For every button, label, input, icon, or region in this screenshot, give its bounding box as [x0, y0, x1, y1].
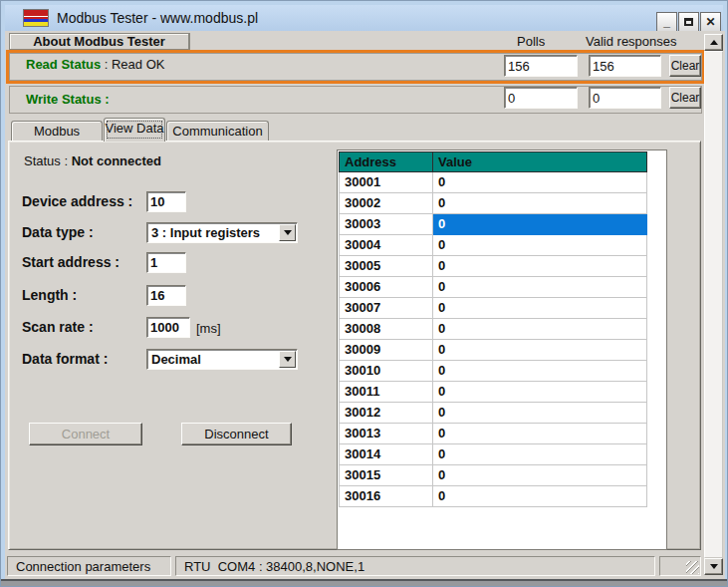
- address-cell[interactable]: 30009: [339, 340, 433, 361]
- value-cell[interactable]: 0: [433, 340, 647, 361]
- table-row[interactable]: 300090: [339, 340, 647, 361]
- minimize-button[interactable]: _: [656, 12, 677, 32]
- value-cell[interactable]: 0: [433, 256, 647, 277]
- window-title: Modbus Tester - www.modbus.pl: [57, 10, 258, 26]
- table-row[interactable]: 300110: [339, 382, 647, 403]
- value-cell[interactable]: 0: [433, 424, 647, 444]
- device-address-input[interactable]: [146, 191, 186, 212]
- table-row[interactable]: 300020: [339, 193, 647, 214]
- address-cell[interactable]: 30011: [339, 382, 433, 403]
- address-cell[interactable]: 30005: [339, 256, 433, 277]
- address-cell[interactable]: 30001: [339, 172, 433, 193]
- scrollbar-thumb[interactable]: [704, 51, 723, 558]
- chevron-down-icon: [284, 357, 292, 362]
- read-valid-responses-field[interactable]: [589, 55, 661, 77]
- address-cell[interactable]: 30016: [339, 486, 433, 507]
- tab-strip: Modbus Settings View Data Communication …: [5, 118, 725, 141]
- value-cell[interactable]: 0: [433, 193, 647, 214]
- table-row[interactable]: 300010: [339, 172, 647, 193]
- address-cell[interactable]: 30008: [339, 319, 433, 340]
- value-cell[interactable]: 0: [433, 403, 647, 424]
- disconnect-button[interactable]: Disconnect: [181, 423, 292, 445]
- connection-status-label: Status :: [24, 153, 72, 168]
- resize-grip[interactable]: [686, 561, 699, 574]
- status-bar: Connection parameters RTU COM4 : 38400,8…: [5, 556, 703, 577]
- value-cell[interactable]: 0: [433, 465, 647, 486]
- data-format-dropdown-button[interactable]: [279, 351, 296, 368]
- tab-modbus-settings[interactable]: Modbus Settings: [11, 121, 103, 141]
- address-cell[interactable]: 30014: [339, 444, 433, 465]
- table-row[interactable]: 300130: [339, 424, 647, 444]
- value-cell[interactable]: 0: [433, 486, 647, 507]
- table-row[interactable]: 300150: [339, 465, 647, 486]
- value-cell[interactable]: 0: [433, 382, 647, 403]
- data-type-combobox[interactable]: 3 : Input registers: [146, 222, 298, 243]
- value-cell[interactable]: 0: [433, 298, 647, 319]
- data-format-value: Decimal: [151, 352, 201, 367]
- about-menu-button[interactable]: About Modbus Tester: [9, 33, 190, 50]
- app-icon: [23, 9, 49, 27]
- value-cell[interactable]: 0: [433, 235, 647, 256]
- table-row[interactable]: 300160: [339, 486, 647, 507]
- tab-communication-spy[interactable]: Communication Spy: [166, 121, 269, 141]
- table-header-row: Address Value: [339, 151, 647, 172]
- address-cell[interactable]: 30007: [339, 298, 433, 319]
- address-cell[interactable]: 30004: [339, 235, 433, 256]
- write-valid-responses-field[interactable]: [589, 87, 661, 109]
- value-cell[interactable]: 0: [433, 361, 647, 382]
- address-cell[interactable]: 30006: [339, 277, 433, 298]
- window-bottom-edge: [1, 579, 727, 586]
- valid-responses-column-label: Valid responses: [586, 34, 677, 49]
- statusbar-grip-panel: [659, 556, 701, 576]
- table-body: 3000103000203000303000403000503000603000…: [339, 172, 647, 507]
- maximize-button[interactable]: [678, 12, 699, 32]
- value-cell[interactable]: 0: [433, 277, 647, 298]
- address-cell[interactable]: 30012: [339, 403, 433, 424]
- view-data-tab-panel: Status : Not connected Device address : …: [8, 141, 701, 550]
- table-row[interactable]: 300060: [339, 277, 647, 298]
- arrow-down-icon: [710, 564, 718, 569]
- table-row[interactable]: 300100: [339, 361, 647, 382]
- address-cell[interactable]: 30002: [339, 193, 433, 214]
- value-cell-selected[interactable]: 0: [433, 214, 647, 235]
- vertical-scrollbar[interactable]: [704, 34, 723, 575]
- table-row[interactable]: 300120: [339, 403, 647, 424]
- read-status-value: Read OK: [112, 57, 164, 72]
- table-row[interactable]: 300050: [339, 256, 647, 277]
- table-row[interactable]: 300080: [339, 319, 647, 340]
- address-cell[interactable]: 30013: [339, 424, 433, 444]
- value-cell[interactable]: 0: [433, 172, 647, 193]
- length-input[interactable]: [146, 285, 186, 306]
- write-clear-button[interactable]: Clear: [669, 87, 701, 109]
- table-row[interactable]: 300030: [339, 214, 647, 235]
- table-row[interactable]: 300070: [339, 298, 647, 319]
- write-status-text: Write Status :: [26, 92, 110, 107]
- value-column-header[interactable]: Value: [433, 151, 647, 172]
- table-row[interactable]: 300040: [339, 235, 647, 256]
- write-polls-field[interactable]: [504, 87, 578, 109]
- read-clear-button[interactable]: Clear: [669, 55, 701, 77]
- client-area: About Modbus Tester Polls Valid response…: [5, 31, 725, 580]
- scroll-down-button[interactable]: [704, 558, 723, 575]
- address-cell[interactable]: 30015: [339, 465, 433, 486]
- connection-status-value: Not connected: [72, 153, 161, 168]
- length-label: Length :: [22, 287, 77, 303]
- value-cell[interactable]: 0: [433, 444, 647, 465]
- value-cell[interactable]: 0: [433, 319, 647, 340]
- start-address-input[interactable]: [146, 252, 186, 273]
- tab-view-data[interactable]: View Data: [104, 118, 165, 142]
- address-cell[interactable]: 30003: [339, 214, 433, 235]
- scan-rate-input[interactable]: [146, 317, 190, 338]
- connect-button[interactable]: Connect: [29, 423, 142, 445]
- data-type-value: 3 : Input registers: [151, 225, 260, 240]
- address-cell[interactable]: 30010: [339, 361, 433, 382]
- scroll-up-button[interactable]: [704, 34, 723, 51]
- close-button[interactable]: ✕: [700, 12, 721, 32]
- title-bar[interactable]: Modbus Tester - www.modbus.pl _ ✕: [5, 5, 723, 31]
- data-format-combobox[interactable]: Decimal: [146, 349, 298, 370]
- address-column-header[interactable]: Address: [339, 151, 433, 172]
- data-type-dropdown-button[interactable]: [279, 224, 296, 241]
- table-row[interactable]: 300140: [339, 444, 647, 465]
- data-type-label: Data type :: [22, 224, 94, 240]
- read-polls-field[interactable]: [504, 55, 578, 77]
